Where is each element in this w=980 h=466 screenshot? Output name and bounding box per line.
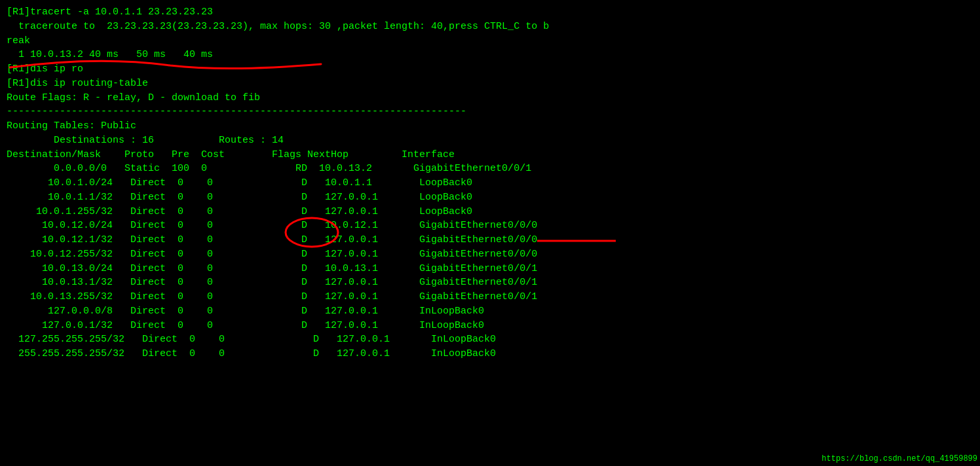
terminal-line: ----------------------------------------…	[7, 105, 973, 119]
terminal-line: 127.255.255.255/32 Direct 0 0 D 127.0.0.…	[7, 332, 973, 347]
terminal-line: Destination/Mask Proto Pre Cost Flags Ne…	[7, 148, 973, 162]
terminal-line: 10.0.1.0/24 Direct 0 0 D 10.0.1.1 LoopBa…	[7, 176, 973, 190]
watermark: https://blog.csdn.net/qq_41959899	[821, 454, 977, 463]
terminal-line: 0.0.0.0/0 Static 100 0 RD 10.0.13.2 Giga…	[7, 162, 973, 176]
terminal-line: 10.0.1.1/32 Direct 0 0 D 127.0.0.1 LoopB…	[7, 190, 973, 205]
terminal-line: traceroute to 23.23.23.23(23.23.23.23), …	[7, 20, 973, 34]
terminal-line: 10.0.13.255/32 Direct 0 0 D 127.0.0.1 Gi…	[7, 290, 973, 304]
terminal-line: Routing Tables: Public	[7, 119, 973, 134]
terminal-line: 10.0.12.1/32 Direct 0 0 D 127.0.0.1 Giga…	[7, 233, 973, 247]
terminal-output: [R1]tracert -a 10.0.1.1 23.23.23.23 trac…	[7, 5, 973, 361]
terminal-line: 1 10.0.13.2 40 ms 50 ms 40 ms	[7, 48, 973, 62]
terminal-line: Destinations : 16 Routes : 14	[7, 134, 973, 148]
terminal-line: 10.0.13.0/24 Direct 0 0 D 10.0.13.1 Giga…	[7, 262, 973, 276]
terminal-line: 255.255.255.255/32 Direct 0 0 D 127.0.0.…	[7, 347, 973, 361]
terminal-line: 10.0.12.255/32 Direct 0 0 D 127.0.0.1 Gi…	[7, 247, 973, 262]
terminal-line: [R1]dis ip ro	[7, 62, 973, 77]
terminal-line: 10.0.1.255/32 Direct 0 0 D 127.0.0.1 Loo…	[7, 205, 973, 219]
terminal-line: Route Flags: R - relay, D - download to …	[7, 91, 973, 105]
terminal-line: [R1]dis ip routing-table	[7, 77, 973, 91]
terminal-line: 10.0.13.1/32 Direct 0 0 D 127.0.0.1 Giga…	[7, 276, 973, 290]
terminal-line: 127.0.0.1/32 Direct 0 0 D 127.0.0.1 InLo…	[7, 319, 973, 333]
terminal-line: 127.0.0.0/8 Direct 0 0 D 127.0.0.1 InLoo…	[7, 304, 973, 319]
terminal-line: [R1]tracert -a 10.0.1.1 23.23.23.23	[7, 5, 973, 20]
terminal-line: reak	[7, 34, 973, 48]
terminal-line: 10.0.12.0/24 Direct 0 0 D 10.0.12.1 Giga…	[7, 219, 973, 233]
